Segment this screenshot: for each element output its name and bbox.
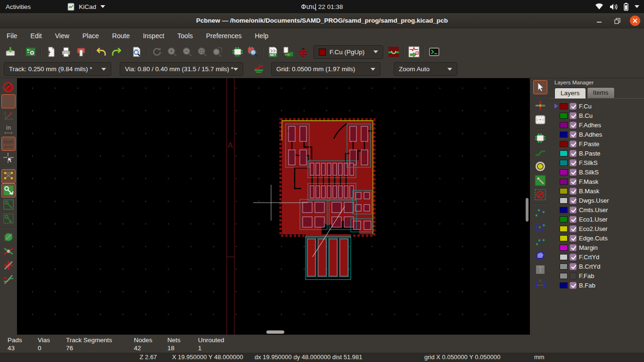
layer-visibility-checkbox[interactable] xyxy=(570,206,577,214)
menu-preferences[interactable]: Preferences xyxy=(199,30,248,42)
menu-inspect[interactable]: Inspect xyxy=(136,30,171,42)
layer-visibility-checkbox[interactable] xyxy=(570,150,577,157)
cross-probe-button[interactable] xyxy=(407,45,421,59)
layer-row-b-mask[interactable]: B.Mask xyxy=(551,186,644,196)
add-polygon-button[interactable] xyxy=(533,248,547,263)
page-settings-button[interactable] xyxy=(44,45,58,59)
layer-visibility-checkbox[interactable] xyxy=(570,169,577,176)
units-inches-button[interactable]: in xyxy=(1,123,16,137)
undo-button[interactable] xyxy=(94,45,108,59)
menu-tools[interactable]: Tools xyxy=(171,30,199,42)
layer-color-swatch[interactable] xyxy=(560,169,568,175)
horizontal-scrollbar[interactable] xyxy=(266,330,284,334)
find-button[interactable] xyxy=(130,45,144,59)
layer-visibility-checkbox[interactable] xyxy=(570,131,577,138)
units-mm-button[interactable]: mm xyxy=(1,137,16,151)
polar-coords-button[interactable] xyxy=(1,108,16,123)
add-circle-button[interactable] xyxy=(533,220,547,234)
select-tool-button[interactable] xyxy=(533,80,547,94)
menu-help[interactable]: Help xyxy=(248,30,275,42)
layer-visibility-checkbox[interactable] xyxy=(570,140,577,148)
cursor-style-button[interactable] xyxy=(1,151,16,165)
layer-visibility-checkbox[interactable] xyxy=(570,282,577,289)
layer-color-swatch[interactable] xyxy=(560,132,568,138)
layer-color-swatch[interactable] xyxy=(560,226,568,232)
layer-visibility-checkbox[interactable] xyxy=(570,244,577,251)
via-properties-button[interactable] xyxy=(387,45,401,59)
layer-color-swatch[interactable] xyxy=(560,245,568,251)
plot-button[interactable] xyxy=(74,45,88,59)
layer-visibility-checkbox[interactable] xyxy=(570,263,577,270)
layer-visibility-checkbox[interactable] xyxy=(570,272,577,280)
layer-color-swatch[interactable] xyxy=(560,160,568,166)
layer-visibility-checkbox[interactable] xyxy=(570,197,577,204)
add-keepout-button[interactable] xyxy=(533,188,547,202)
layer-row-b-crtyd[interactable]: B.CrtYd xyxy=(551,262,644,271)
menu-edit[interactable]: Edit xyxy=(24,30,49,42)
footprint-editor-button[interactable] xyxy=(231,45,245,59)
layer-color-swatch[interactable] xyxy=(560,179,568,185)
layer-color-swatch[interactable] xyxy=(560,235,568,241)
pads-sketch-button[interactable] xyxy=(1,244,16,258)
route-track-button[interactable] xyxy=(533,145,547,159)
layer-color-swatch[interactable] xyxy=(560,273,568,279)
layer-row-f-adhes[interactable]: F.Adhes xyxy=(551,120,644,130)
netlist-button[interactable]: NET xyxy=(266,45,280,59)
tab-items[interactable]: Items xyxy=(587,87,615,98)
app-menu[interactable]: KiCad xyxy=(67,3,105,11)
activities-button[interactable]: Activities xyxy=(6,3,31,10)
tracks-sketch-button[interactable] xyxy=(1,272,16,287)
vertical-scrollbar[interactable] xyxy=(526,198,528,222)
footprint-viewer-button[interactable] xyxy=(246,45,260,59)
via-size-dropdown[interactable]: Via: 0.80 / 0.40 mm (31.5 / 15.7 mils) * xyxy=(120,62,243,76)
layer-visibility-checkbox[interactable] xyxy=(570,225,577,232)
layer-visibility-checkbox[interactable] xyxy=(570,254,577,261)
local-ratsnest-button[interactable] xyxy=(533,113,547,127)
menu-route[interactable]: Route xyxy=(106,30,136,42)
pcb-canvas[interactable]: A xyxy=(17,78,530,335)
drc-off-button[interactable] xyxy=(1,80,16,94)
layer-selector-dropdown[interactable]: F.Cu (PgUp) xyxy=(314,45,383,59)
layer-visibility-checkbox[interactable] xyxy=(570,178,577,185)
add-dimension-button[interactable]: N xyxy=(533,277,547,291)
minimize-button[interactable] xyxy=(594,16,604,26)
show-ratsnest-button[interactable] xyxy=(1,169,16,183)
show-grid-button[interactable] xyxy=(1,94,16,108)
layer-row-b-paste[interactable]: B.Paste xyxy=(551,148,644,158)
layer-visibility-checkbox[interactable] xyxy=(570,235,577,242)
layer-row-f-mask[interactable]: F.Mask xyxy=(551,177,644,186)
zone-outline-mode-button[interactable] xyxy=(1,212,16,226)
layer-visibility-checkbox[interactable] xyxy=(570,216,577,223)
layer-row-f-paste[interactable]: F.Paste xyxy=(551,139,644,148)
layer-row-f-silks[interactable]: F.SilkS xyxy=(551,158,644,167)
add-arc-button[interactable] xyxy=(533,234,547,248)
add-text-button[interactable]: T xyxy=(533,263,547,277)
layer-visibility-checkbox[interactable] xyxy=(570,159,577,166)
layer-visibility-checkbox[interactable] xyxy=(570,103,577,110)
layer-visibility-checkbox[interactable] xyxy=(570,122,577,129)
layer-row-f-crtyd[interactable]: F.CrtYd xyxy=(551,252,644,262)
layer-row-margin[interactable]: Margin xyxy=(551,243,644,252)
add-via-button[interactable] xyxy=(533,159,547,173)
layer-color-swatch[interactable] xyxy=(560,254,568,260)
menu-file[interactable]: File xyxy=(0,30,24,42)
print-button[interactable] xyxy=(59,45,73,59)
add-footprint-button[interactable] xyxy=(533,131,547,145)
add-zone-button[interactable] xyxy=(533,173,547,188)
layer-color-swatch[interactable] xyxy=(560,113,568,119)
curved-ratsnest-button[interactable] xyxy=(1,183,16,197)
layer-row-b-cu[interactable]: B.Cu xyxy=(551,111,644,120)
save-button[interactable] xyxy=(3,45,17,59)
zone-nofill-button[interactable] xyxy=(1,230,16,244)
layer-row-eco2-user[interactable]: Eco2.User xyxy=(551,224,644,233)
redo-button[interactable] xyxy=(109,45,124,59)
zone-fill-mode-button[interactable] xyxy=(1,197,16,212)
layer-color-swatch[interactable] xyxy=(560,103,568,109)
zoom-dropdown[interactable]: Zoom Auto xyxy=(394,62,457,76)
layer-row-eco1-user[interactable]: Eco1.User xyxy=(551,214,644,224)
layer-color-swatch[interactable] xyxy=(560,207,568,213)
close-button[interactable] xyxy=(630,16,640,26)
menu-view[interactable]: View xyxy=(49,30,76,42)
drc-button[interactable] xyxy=(296,45,310,59)
tab-layers[interactable]: Layers xyxy=(554,88,586,99)
